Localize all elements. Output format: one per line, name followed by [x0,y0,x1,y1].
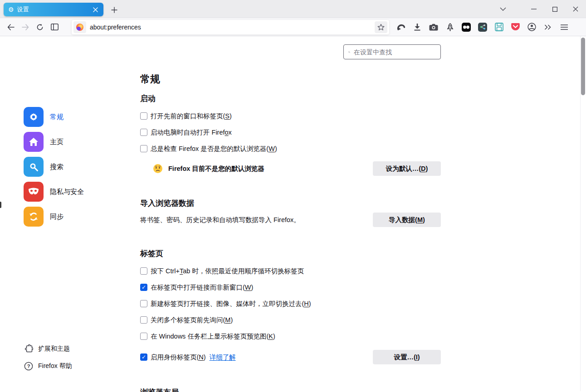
close-icon [93,7,98,12]
learn-more-link[interactable]: 详细了解 [210,353,236,362]
url-input[interactable] [90,24,375,31]
camera-icon [429,24,438,31]
section-heading-startup: 启动 [140,94,441,104]
rocket-extension-button[interactable] [442,20,458,34]
checkbox-label[interactable]: 启动电脑时自动打开 Firefox [151,128,232,137]
import-description: 将书签、密码、历史记录和自动填写数据导入 Firefox。 [140,216,300,224]
checkbox[interactable] [140,267,147,275]
startup-options: 打开先前的窗口和标签页(S) 启动电脑时自动打开 Firefox 总是检查 Fi… [140,108,441,157]
sidebar-item-sync[interactable]: 同步 [24,207,114,227]
checkbox-row-taskbar-previews: 在 Windows 任务栏上显示标签页预览图(K) [140,328,441,344]
double-chevron-icon [544,24,552,30]
container-settings-button[interactable]: 设置…(I) [373,350,441,364]
svg-text:?: ? [27,363,30,369]
checkbox-label[interactable]: 按下 Ctrl+Tab 时，依照最近使用顺序循环切换标签页 [151,267,304,276]
scrollbar-thumb[interactable] [581,38,585,95]
tabs-options: 按下 Ctrl+Tab 时，依照最近使用顺序循环切换标签页 在标签页中打开链接而… [140,263,441,366]
reload-icon [36,24,44,31]
checkbox-label[interactable]: 在 Windows 任务栏上显示标签页预览图(K) [151,332,275,341]
toolbar-extension-area [393,20,572,34]
plus-icon [111,7,117,13]
sidebar-footer-label: Firefox 帮助 [38,362,72,370]
checkbox[interactable] [140,284,147,291]
hamburger-menu-icon [561,24,568,30]
downloads-button[interactable] [409,20,425,34]
account-button[interactable] [523,20,540,34]
sidebar-label: 常规 [50,113,63,121]
tab-close-icon[interactable] [91,5,100,14]
back-button[interactable] [4,20,18,34]
mask-icon [24,182,44,202]
checkbox[interactable] [140,316,147,324]
sidebar-label: 主页 [50,138,63,146]
overflow-menu-button[interactable] [540,20,556,34]
checkbox-row-links-in-tabs: 在标签页中打开链接而非新窗口(W) [140,279,441,295]
section-heading-tabs: 标签页 [140,249,441,259]
eyes-extension-button[interactable] [458,20,474,34]
scrollbar-track[interactable] [580,36,586,391]
gear-icon [24,107,44,127]
share-nodes-icon [478,23,487,32]
singlefile-save-button[interactable] [491,20,507,34]
section-heading-import: 导入浏览器数据 [140,198,441,208]
site-identity-box[interactable] [73,21,86,33]
sidebar-item-home[interactable]: 主页 [24,132,114,152]
checkbox[interactable] [140,333,147,340]
gear-icon: ⚙ [8,6,14,13]
sidebar-item-search[interactable]: 搜索 [24,157,114,177]
checkbox-label[interactable]: 启用身份标签页(N) [151,353,206,362]
tab-bar: ⚙ 设置 [0,0,586,18]
import-data-button[interactable]: 导入数据(M) [373,213,441,227]
share-extension-button[interactable] [474,20,491,34]
sidebar-item-help[interactable]: ? Firefox 帮助 [24,361,72,371]
settings-sidebar: 常规 主页 搜索 隐私与安全 [0,36,132,391]
puzzle-icon [24,344,34,354]
star-icon [377,24,385,31]
sidebar-footer-label: 扩展和主题 [38,345,70,353]
checkbox-label[interactable]: 总是检查 Firefox 是否是您的默认浏览器(W) [151,145,277,153]
checkbox[interactable] [140,129,147,136]
screenshot-extension-button[interactable] [425,20,442,34]
sidebar-item-extensions[interactable]: 扩展和主题 [24,344,70,354]
main-settings-column: 常规 启动 打开先前的窗口和标签页(S) 启动电脑时自动打开 Firefox 总… [140,36,441,392]
sidebar-item-privacy[interactable]: 隐私与安全 [24,182,114,202]
checkbox[interactable] [140,353,147,361]
section-heading-browser-layout: 浏览器布局 [140,387,441,392]
maximize-icon [552,7,557,12]
active-tab[interactable]: ⚙ 设置 [4,3,103,16]
preferences-page: 常规 主页 搜索 隐私与安全 [0,36,586,391]
swoosh-extension-button[interactable] [393,20,409,34]
checkbox-label[interactable]: 新建标签页打开链接、图像、媒体时，立即切换过去(H) [151,300,311,308]
url-bar[interactable] [72,20,389,34]
checkbox-label[interactable]: 在标签页中打开链接而非新窗口(W) [151,283,253,292]
forward-button[interactable] [18,20,33,34]
bookmark-star-button[interactable] [375,21,387,33]
pocket-icon [511,23,520,31]
sidebar-label: 同步 [50,213,63,221]
checkbox-row-container-tabs: 启用身份标签页(N) 详细了解 设置…(I) [140,348,441,366]
magnifier-icon [24,157,44,177]
checkbox-row-check-default: 总是检查 Firefox 是否是您的默认浏览器(W) [140,140,441,157]
page-title: 常规 [140,73,441,86]
minimize-button[interactable] [523,0,544,18]
checkbox[interactable] [140,145,147,152]
close-window-button[interactable] [565,0,586,18]
checkbox[interactable] [140,300,147,307]
import-row: 将书签、密码、历史记录和自动填写数据导入 Firefox。 导入数据(M) [140,212,441,228]
firefox-logo-icon [76,24,83,31]
checkbox-label[interactable]: 打开先前的窗口和标签页(S) [151,112,232,121]
sidebar-item-general[interactable]: 常规 [24,107,114,127]
checkbox-label[interactable]: 关闭多个标签页前先询问(M) [151,316,233,324]
list-all-tabs-button[interactable] [493,0,513,18]
set-default-button[interactable]: 设为默认…(D) [373,161,441,176]
maximize-button[interactable] [544,0,565,18]
checkbox-row-switch-immediately: 新建标签页打开链接、图像、媒体时，立即切换过去(H) [140,295,441,312]
sidebar-toggle-button[interactable] [47,20,62,34]
checkbox[interactable] [140,112,147,120]
new-tab-button[interactable] [109,5,120,15]
question-icon: ? [24,361,34,371]
window-controls [493,0,586,18]
reload-button[interactable] [33,20,47,34]
app-menu-button[interactable] [556,20,572,34]
pocket-button[interactable] [507,20,523,34]
